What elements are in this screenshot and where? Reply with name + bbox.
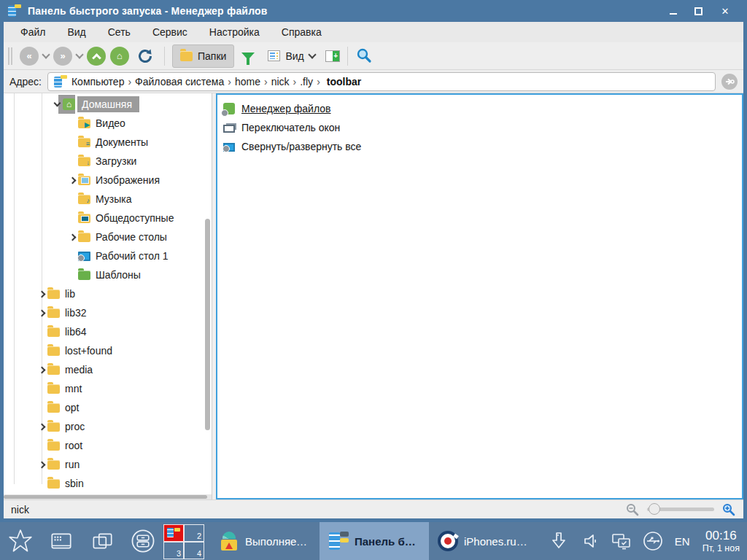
tree-item[interactable]: ♪ Музыка — [4, 190, 212, 209]
tree-item-label: Музыка — [96, 193, 132, 205]
menu-item[interactable]: Вид — [56, 23, 96, 41]
tree-item[interactable]: lib64 — [4, 322, 212, 341]
tree-vertical-scrollbar[interactable] — [205, 219, 210, 430]
tree-item[interactable]: proc — [4, 417, 212, 436]
minimize-button[interactable] — [670, 8, 677, 15]
breadcrumb-segment[interactable]: nick — [271, 76, 301, 88]
desktop-cell[interactable]: 2 — [184, 524, 204, 542]
expander-icon[interactable] — [38, 423, 45, 430]
desktop-cell[interactable]: 4 — [184, 542, 204, 559]
zoom-in-icon — [721, 502, 736, 517]
tree-item[interactable]: ⌂ Домашняя — [4, 95, 212, 114]
downloads-tray-icon[interactable] — [546, 528, 571, 554]
up-button[interactable] — [87, 47, 106, 66]
windows-stack-icon — [89, 528, 115, 554]
address-label: Адрес: — [9, 76, 42, 88]
filter-button[interactable] — [241, 52, 255, 60]
usb-tray-icon[interactable] — [640, 528, 665, 554]
forward-history-dropdown-icon[interactable] — [75, 50, 83, 58]
tree-item[interactable]: lib32 — [4, 303, 212, 322]
task-button[interactable]: iPhones.ru … — [429, 522, 538, 560]
tree-item[interactable]: Рабочие столы — [4, 228, 212, 246]
tree-item[interactable]: opt — [4, 398, 212, 417]
expander-icon[interactable] — [38, 309, 45, 316]
folders-toggle-button[interactable]: Папки — [172, 44, 234, 68]
view-mode-button[interactable]: Вид — [262, 44, 320, 68]
volume-tray-icon[interactable] — [578, 528, 603, 554]
tree-item[interactable]: sbin — [4, 474, 212, 493]
tree-item[interactable]: mnt — [4, 379, 212, 398]
forward-button[interactable]: » — [53, 47, 72, 66]
separator — [164, 47, 165, 66]
breadcrumb-segment[interactable]: Файловая система — [135, 76, 235, 88]
file-item[interactable]: Переключатель окон — [223, 118, 736, 137]
network-displays-tray-icon[interactable] — [609, 528, 634, 554]
zoom-slider-thumb[interactable] — [649, 503, 660, 515]
tree-item-icon — [47, 346, 60, 356]
expander-icon[interactable] — [69, 233, 76, 241]
back-button[interactable]: « — [20, 47, 39, 66]
tree-item[interactable]: ▶ Видео — [4, 114, 212, 133]
expander-icon[interactable] — [38, 366, 45, 373]
tree-item[interactable]: run — [4, 455, 212, 474]
clock[interactable]: 00:16 Пт, 1 ноя — [700, 529, 740, 553]
tree-item-label: lost+found — [65, 345, 112, 357]
file-list-panel[interactable]: Менеджер файлов Переключатель окон Сверн… — [216, 93, 743, 499]
menu-item[interactable]: Сервис — [142, 23, 198, 41]
star-icon — [7, 528, 34, 554]
search-button[interactable] — [355, 47, 373, 65]
tree-item[interactable]: media — [4, 360, 212, 379]
task-button[interactable]: Панель бы… — [320, 522, 429, 560]
tree-item[interactable]: Общедоступные — [4, 209, 212, 228]
tree-item-icon — [47, 365, 60, 375]
zoom-in-button[interactable] — [721, 502, 736, 517]
menu-item[interactable]: Сеть — [97, 23, 142, 41]
zoom-out-button[interactable] — [625, 502, 640, 517]
windows-list-button[interactable] — [82, 522, 123, 560]
breadcrumb-segment[interactable]: home — [235, 76, 271, 88]
tree-item[interactable]: Рабочий стол 1 — [4, 246, 212, 265]
maximize-button[interactable] — [694, 7, 703, 15]
menu-item[interactable]: Настройка — [198, 23, 271, 41]
zoom-slider[interactable] — [647, 508, 714, 511]
back-history-dropdown-icon[interactable] — [42, 50, 50, 58]
view-dropdown-icon[interactable] — [308, 50, 316, 58]
keyboard-layout-indicator[interactable]: EN — [672, 535, 693, 548]
tree-item[interactable]: ≡ Документы — [4, 133, 212, 152]
keyboard-panel-button[interactable] — [41, 522, 82, 560]
tree-item[interactable]: lost+found — [4, 341, 212, 360]
tree-item[interactable]: root — [4, 436, 212, 455]
file-item[interactable]: Свернуть/развернуть все — [223, 137, 736, 156]
breadcrumb-segment[interactable]: Компьютер — [71, 76, 135, 88]
tree-item-label: Рабочий стол 1 — [96, 250, 169, 262]
close-button[interactable]: ✕ — [720, 6, 730, 16]
tree-item[interactable]: Изображения — [4, 171, 212, 190]
tree-horizontal-scrollbar[interactable] — [4, 494, 212, 499]
drawer-menu-button[interactable] — [123, 522, 163, 560]
expander-icon[interactable] — [69, 176, 76, 184]
refresh-button[interactable] — [136, 47, 154, 65]
tree-item[interactable]: ↓ Загрузки — [4, 152, 212, 171]
tree-item-label: root — [65, 440, 82, 451]
desktop-cell[interactable] — [163, 524, 184, 542]
menu-item[interactable]: Справка — [271, 23, 333, 41]
expander-icon[interactable] — [38, 290, 45, 298]
address-field[interactable]: КомпьютерФайловая системаhomenick.fly to… — [47, 72, 716, 91]
zoom-out-icon — [625, 502, 640, 517]
folder-tree-panel: ⌂ Домашняя ▶ Видео ≡ Докум — [4, 93, 212, 499]
desktop-cell[interactable]: 3 — [163, 542, 184, 559]
home-button[interactable]: ⌂ — [110, 47, 129, 66]
toolbar-grip[interactable] — [8, 47, 12, 65]
start-menu-button[interactable] — [0, 522, 41, 560]
tree-item[interactable]: lib — [4, 284, 212, 303]
menu-item[interactable]: Файл — [9, 23, 56, 41]
titlebar[interactable]: Панель быстрого запуска - Менеджер файло… — [4, 0, 743, 22]
expander-icon[interactable] — [38, 461, 45, 468]
go-button[interactable] — [721, 74, 738, 90]
file-item[interactable]: Менеджер файлов — [223, 99, 736, 118]
breadcrumb-segment[interactable]: .fly — [300, 76, 324, 88]
tree-item[interactable]: Шаблоны — [4, 265, 212, 284]
task-button[interactable]: Выполняет… — [210, 522, 320, 560]
split-view-button[interactable]: + — [325, 50, 340, 62]
file-item-icon — [223, 143, 235, 152]
